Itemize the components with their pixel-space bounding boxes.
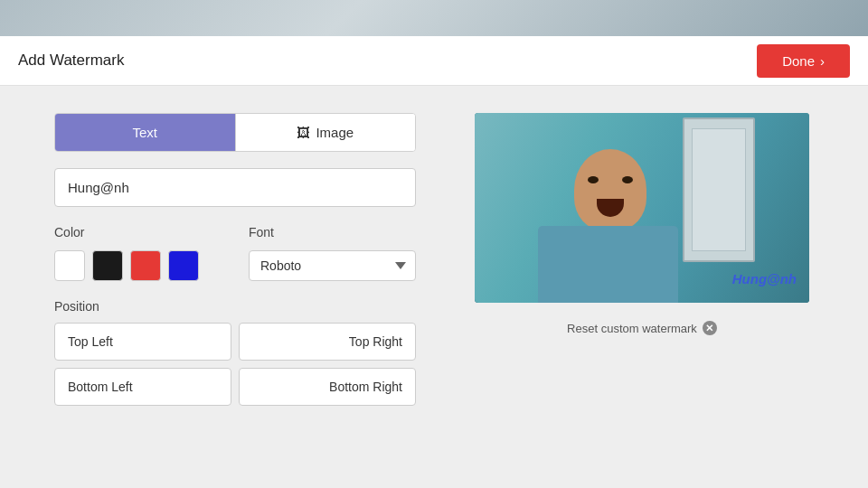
reset-watermark-label: Reset custom watermark [567, 322, 697, 335]
color-swatch-blue[interactable] [168, 250, 199, 281]
position-label: Position [54, 299, 416, 314]
tab-text[interactable]: Text [55, 114, 235, 151]
tab-row: Text 🖼 Image [54, 113, 416, 152]
position-grid: Top Left Top Right Bottom Left Bottom Ri… [54, 323, 416, 406]
options-row: Color Font Roboto Arial Times New Roman … [54, 225, 416, 281]
reset-icon: ✕ [703, 321, 717, 335]
font-select[interactable]: Roboto Arial Times New Roman Georgia Cou… [249, 250, 416, 281]
watermark-text-input[interactable] [54, 168, 416, 207]
person-eye-right [622, 176, 633, 183]
main-content: Text 🖼 Image Color Fo [0, 86, 868, 488]
image-icon: 🖼 [297, 125, 310, 140]
font-section: Font Roboto Arial Times New Roman Georgi… [249, 225, 416, 281]
position-section: Position Top Left Top Right Bottom Left … [54, 299, 416, 406]
preview-scene: Hung@nh [475, 113, 809, 303]
position-bottom-right[interactable]: Bottom Right [239, 368, 416, 406]
color-section: Color [54, 225, 222, 281]
color-swatch-red[interactable] [130, 250, 161, 281]
color-label: Color [54, 225, 222, 239]
left-panel: Text 🖼 Image Color Fo [54, 113, 416, 461]
person-eye-left [588, 176, 599, 183]
tab-text-label: Text [132, 125, 157, 140]
person-mouth [597, 199, 624, 217]
chevron-right-icon: › [820, 53, 825, 69]
person-head [574, 149, 646, 230]
watermark-overlay: Hung@nh [732, 271, 797, 286]
position-top-left[interactable]: Top Left [54, 323, 231, 361]
font-label: Font [249, 225, 416, 239]
color-swatches [54, 250, 222, 281]
scene-person [520, 140, 701, 303]
right-panel: Hung@nh Reset custom watermark ✕ [470, 113, 814, 461]
done-button[interactable]: Done › [757, 44, 850, 78]
person-body [538, 226, 678, 303]
position-bottom-left[interactable]: Bottom Left [54, 368, 231, 406]
header: Add Watermark Done › [0, 36, 868, 86]
position-top-right[interactable]: Top Right [239, 323, 416, 361]
color-swatch-white[interactable] [54, 250, 85, 281]
person-eyes [588, 176, 633, 183]
reset-watermark-button[interactable]: Reset custom watermark ✕ [567, 321, 717, 335]
tab-image-label: Image [316, 125, 354, 140]
preview-container: Hung@nh [475, 113, 809, 303]
page-title: Add Watermark [18, 52, 124, 70]
top-blur-bar [0, 0, 868, 36]
tab-image[interactable]: 🖼 Image [235, 114, 416, 151]
color-swatch-black[interactable] [92, 250, 123, 281]
done-button-label: Done [782, 53, 815, 69]
